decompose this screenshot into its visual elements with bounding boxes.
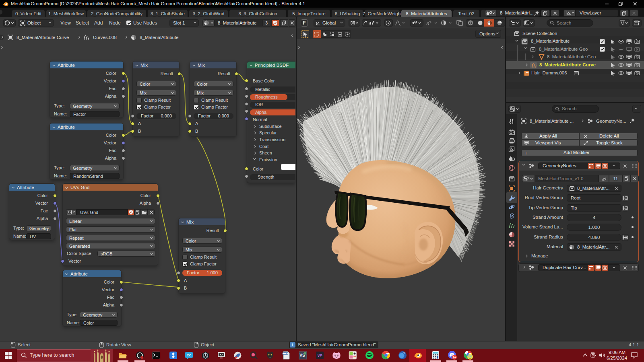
svg-text:CC: CC bbox=[187, 354, 192, 357]
svg-text:9+: 9+ bbox=[453, 356, 456, 359]
svg-text:VP: VP bbox=[317, 354, 322, 358]
